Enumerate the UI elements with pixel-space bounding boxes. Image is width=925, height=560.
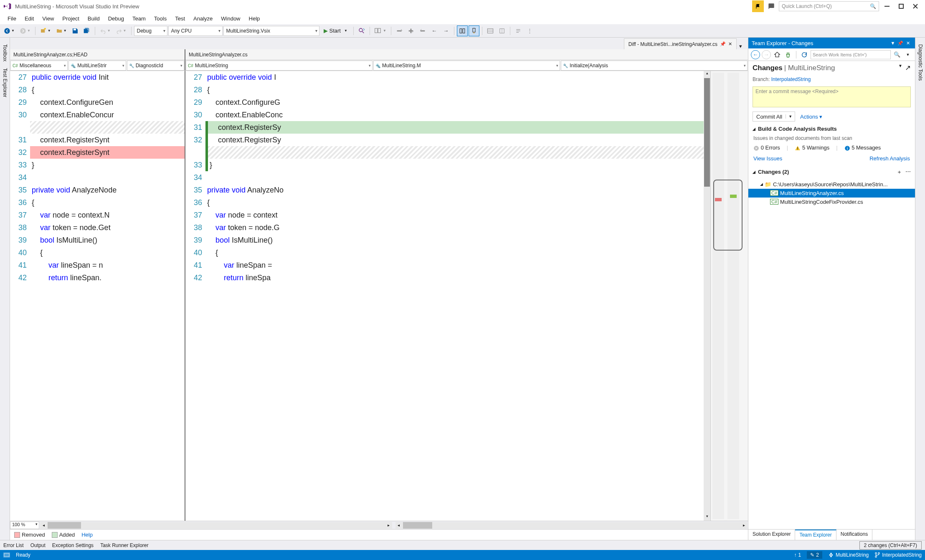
menu-tools[interactable]: Tools [150,14,171,23]
branch-link[interactable]: InterpolatedString [771,76,811,82]
menu-project[interactable]: Project [58,14,83,23]
maximize-button[interactable] [895,1,907,12]
pin-icon[interactable]: 📌 [897,41,904,46]
tab-menu-icon[interactable]: ▾ [739,43,742,49]
nav-combo[interactable]: C# Miscellaneous [10,61,68,71]
vertical-scrollbar[interactable]: ▴ ▾ [704,71,710,521]
platform-dropdown[interactable]: Any CPU [168,26,223,36]
inline-button[interactable] [485,25,496,36]
build-results-section[interactable]: Build & Code Analysis Results [748,123,915,134]
left-hscrollbar[interactable]: ◂▸ [40,522,392,529]
menu-view[interactable]: View [38,14,58,23]
commit-message-input[interactable]: Enter a commit message <Required> [753,86,911,107]
nav-back-button[interactable]: ▼ [2,25,17,36]
nav-combo[interactable]: 🔧 Initialize(Analysis [561,61,748,71]
feedback-icon[interactable] [765,0,777,12]
status-push-count[interactable]: ↑ 1 [794,552,801,558]
right-code-editor[interactable]: 27public override void I28{29 context.Co… [185,71,704,521]
menu-debug[interactable]: Debug [104,14,128,23]
tool-tab-test-explorer[interactable]: Test Explorer [1,65,9,101]
legend-help-link[interactable]: Help [81,532,93,538]
refresh-analysis-link[interactable]: Refresh Analysis [869,155,910,162]
bottom-tab-error-list[interactable]: Error List [3,542,24,548]
new-window-button[interactable]: ▼ [373,25,388,36]
te-back-button[interactable]: ← [751,50,760,59]
menu-team[interactable]: Team [128,14,150,23]
plus-icon[interactable]: ＋ [897,168,902,176]
tree-folder-row[interactable]: ◢ 📁 C:\Users\kaseyu\Source\Repos\MultiLi… [748,180,915,189]
menu-build[interactable]: Build [84,14,104,23]
te-tab-solution-explorer[interactable]: Solution Explorer [748,530,795,540]
start-debug-button[interactable]: ▶Start▼ [320,26,351,36]
status-branch[interactable]: InterpolatedString [874,552,922,558]
side-by-side-button[interactable] [457,25,468,36]
changes-section[interactable]: Changes (2) ＋⋯ [748,166,915,178]
sync-views-button[interactable] [469,25,479,36]
actions-dropdown[interactable]: Actions ▾ [800,114,822,120]
nav-combo[interactable]: 🔩 MultiLineString.M [373,61,560,71]
open-file-button[interactable]: ▼ [54,25,69,36]
more-icon[interactable]: ⋯ [905,168,911,176]
dropdown-icon[interactable]: ▼ [889,41,897,46]
close-icon[interactable]: ✕ [728,41,732,47]
bottom-tab-task-runner-explorer[interactable]: Task Runner Explorer [100,542,148,548]
search-icon[interactable]: 🔍 [892,50,902,59]
tool-tab-toolbox[interactable]: Toolbox [1,41,9,65]
te-home-button[interactable] [773,50,782,59]
te-refresh-button[interactable] [800,50,809,59]
bottom-tab-exception-settings[interactable]: Exception Settings [52,542,94,548]
close-button[interactable] [909,1,922,12]
te-forward-button[interactable]: → [762,50,771,59]
status-project[interactable]: MultiLineString [828,552,869,558]
next-change-button[interactable]: → [441,25,451,36]
close-icon[interactable]: ✕ [904,41,912,46]
new-project-button[interactable]: ▼ [38,25,53,36]
save-button[interactable] [70,25,81,36]
notification-flag-icon[interactable] [752,0,764,12]
left-code-editor[interactable]: 27public override void Init28{29 context… [10,71,185,521]
prev-change-button[interactable]: ← [429,25,440,36]
step-over-button[interactable] [394,25,405,36]
commit-all-button[interactable]: Commit All▼ [753,111,795,122]
save-all-button[interactable] [81,25,92,36]
step-out-button[interactable] [417,25,428,36]
changes-indicator[interactable]: 2 changes (Ctrl+Alt+F7) [859,541,922,550]
view-issues-link[interactable]: View Issues [753,155,782,162]
whitespace-button[interactable] [513,25,524,36]
te-search-input[interactable]: Search Work Items (Ctrl+') [811,50,891,59]
undo-button[interactable]: ▼ [98,25,113,36]
nav-combo[interactable]: 🔩 MultiLineStrir [68,61,126,71]
nav-combo[interactable]: 🔧 DiagnosticId [127,61,184,71]
minimize-button[interactable] [881,1,893,12]
zoom-dropdown[interactable]: 100 % [10,522,39,529]
chevron-down-icon[interactable]: ▼ [898,63,902,72]
right-hscrollbar[interactable]: ◂▸ [395,522,748,529]
tool-tab-diagnostic-tools[interactable]: Diagnostic Tools [917,41,924,84]
pin-icon[interactable]: 📌 [720,41,726,47]
collapse-button[interactable] [497,25,507,36]
config-dropdown[interactable]: Debug [134,26,167,36]
menu-file[interactable]: File [3,14,20,23]
menu-test[interactable]: Test [171,14,189,23]
nav-forward-button[interactable]: ▼ [18,25,33,36]
bottom-tab-output[interactable]: Output [30,542,46,548]
menu-help[interactable]: Help [245,14,264,23]
document-tab[interactable]: Diff - MultiLineStri...ineStringAnalyzer… [624,38,737,49]
startup-dropdown[interactable]: MultiLineString.Vsix [223,26,319,36]
popout-icon[interactable]: ↗ [905,63,911,72]
menu-analyze[interactable]: Analyze [189,14,217,23]
quick-launch-input[interactable]: Quick Launch (Ctrl+Q) 🔍 [779,1,879,11]
tree-file-row[interactable]: C# MultiLineStringCodeFixProvider.cs [748,198,915,206]
menu-edit[interactable]: Edit [20,14,38,23]
te-dropdown-icon[interactable]: ▼ [903,50,912,59]
te-tab-notifications[interactable]: Notifications [836,530,872,540]
menu-window[interactable]: Window [217,14,244,23]
status-pending-changes[interactable]: ✎ 2 [807,551,822,559]
redo-button[interactable]: ▼ [114,25,129,36]
diff-overview[interactable] [710,71,748,521]
nav-combo[interactable]: C# MultiLineString [186,61,373,71]
settings-button[interactable]: ⋮ [525,25,535,36]
step-into-button[interactable] [405,25,416,36]
te-connect-button[interactable] [783,50,793,59]
find-in-files-button[interactable] [356,25,367,36]
